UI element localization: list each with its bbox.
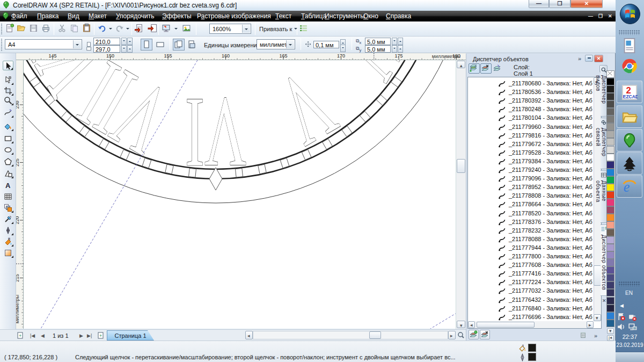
object-list-item[interactable]: _211778520 - Заливка: Нет, Аб bbox=[468, 209, 602, 218]
layers2-button[interactable] bbox=[480, 63, 492, 74]
taskbar-ie-button[interactable]: e bbox=[617, 175, 642, 198]
paper-width-down[interactable] bbox=[121, 38, 127, 45]
layers3-button[interactable] bbox=[492, 63, 503, 74]
clock-date[interactable]: 23.02.2019 bbox=[616, 342, 644, 348]
taskbar-ezcad-button[interactable]: 2EZCAD bbox=[617, 81, 642, 103]
new-layer-button[interactable] bbox=[469, 330, 479, 339]
palette-color[interactable] bbox=[606, 289, 614, 296]
taskbar-document-icon[interactable] bbox=[621, 38, 638, 55]
object-list-item[interactable]: _211777944 - Заливка: Нет, Аб bbox=[468, 243, 602, 252]
palette-color[interactable] bbox=[606, 176, 614, 184]
blend-tool[interactable] bbox=[3, 203, 13, 213]
undo-button[interactable] bbox=[98, 24, 107, 33]
paste-button[interactable] bbox=[82, 24, 92, 33]
portrait-button[interactable] bbox=[141, 39, 152, 50]
object-list-item[interactable]: _211776696 - Заливка: Нет, Аб bbox=[468, 313, 602, 321]
vertical-scrollbar[interactable]: ▴▾ bbox=[456, 60, 466, 329]
palette-color[interactable] bbox=[606, 154, 614, 161]
tray-chevron-icon[interactable]: ◀ bbox=[620, 303, 624, 308]
object-list-item[interactable]: _211777800 - Заливка: Нет, Аб bbox=[468, 252, 602, 260]
palette-color[interactable] bbox=[606, 108, 614, 115]
drawing-canvas[interactable]: VIVIVVVIIVIIIVIVVIIIVIII bbox=[24, 60, 456, 329]
horizontal-ruler[interactable]: 145150155160165170175180миллиметры bbox=[16, 53, 466, 60]
menu-таблица[interactable]: Таблица bbox=[301, 12, 326, 20]
all-pages-button[interactable] bbox=[173, 39, 185, 50]
object-list-item[interactable]: _211778952 - Заливка: Нет, Аб bbox=[468, 183, 602, 191]
object-list-item[interactable]: _211780680 - Заливка: Нет, Аб bbox=[468, 79, 602, 88]
minimize-button[interactable]: — bbox=[529, 0, 549, 8]
save-button[interactable] bbox=[29, 24, 39, 33]
freehand-tool[interactable] bbox=[3, 108, 13, 118]
palette-color[interactable] bbox=[606, 274, 614, 281]
paper-height-up[interactable] bbox=[127, 45, 133, 53]
palette-scroll-down[interactable]: ▾ bbox=[607, 328, 614, 334]
taskbar-inkscape-button[interactable] bbox=[617, 152, 642, 175]
layers1-button[interactable] bbox=[469, 63, 480, 74]
first-page-button[interactable]: |◀ bbox=[30, 333, 35, 338]
tab-close-icon[interactable]: ✕ bbox=[602, 298, 606, 303]
object-list-item[interactable]: _211779240 - Заливка: Нет, Аб bbox=[468, 165, 602, 174]
list-hscroll-left[interactable]: ◂ bbox=[468, 321, 475, 328]
vertical-ruler[interactable]: 215220225230миллиметры bbox=[16, 60, 24, 329]
menu-макет[interactable]: Макет bbox=[89, 12, 107, 20]
zoom-level-combo[interactable]: 1600% bbox=[209, 24, 251, 34]
paper-type-combo[interactable]: A4 bbox=[5, 39, 82, 49]
taskbar-chrome-icon[interactable] bbox=[621, 58, 638, 75]
open-button[interactable] bbox=[17, 24, 26, 33]
redo-dropdown-icon[interactable] bbox=[126, 28, 129, 31]
palette-color[interactable] bbox=[606, 93, 614, 100]
palette-color[interactable] bbox=[606, 115, 614, 123]
hscroll-right-button[interactable]: ▸ bbox=[448, 331, 456, 339]
mdi-minimize-icon[interactable]: — bbox=[588, 13, 593, 19]
nudge-field[interactable]: 0,1 мм bbox=[313, 41, 339, 48]
object-list-item[interactable]: _211778376 - Заливка: Нет, Аб bbox=[468, 218, 602, 226]
palette-color[interactable] bbox=[606, 138, 614, 146]
landscape-button[interactable] bbox=[155, 39, 166, 50]
volume-icon[interactable] bbox=[617, 322, 626, 332]
hscroll-track[interactable] bbox=[253, 331, 448, 339]
mdi-close-icon[interactable]: ✕ bbox=[608, 13, 612, 19]
palette-color[interactable] bbox=[606, 161, 614, 169]
start-button[interactable] bbox=[619, 3, 641, 26]
current-page-button[interactable] bbox=[186, 39, 197, 50]
palette-color[interactable] bbox=[606, 199, 614, 206]
delete-button[interactable] bbox=[579, 330, 587, 340]
network-icon[interactable] bbox=[628, 322, 637, 332]
object-list[interactable]: _211780680 - Заливка: Нет, Аб_211780536 … bbox=[467, 77, 602, 329]
prev-page-button[interactable]: ◀ bbox=[41, 333, 45, 338]
shapes-tool[interactable] bbox=[3, 169, 13, 178]
rect-tool[interactable] bbox=[3, 134, 13, 143]
menu-вид[interactable]: Вид bbox=[68, 12, 79, 20]
print-button[interactable] bbox=[41, 24, 51, 33]
object-list-item[interactable]: _211779528 - Заливка: Нет, Аб bbox=[468, 148, 602, 157]
palette-color[interactable] bbox=[606, 281, 614, 289]
zoom-tool[interactable] bbox=[3, 96, 13, 105]
corel-online-button[interactable] bbox=[182, 24, 192, 33]
object-list-item[interactable]: _211780392 - Заливка: Нет, Аб bbox=[468, 96, 602, 105]
polygon-tool[interactable] bbox=[3, 157, 13, 166]
object-list-item[interactable]: _211777224 - Заливка: Нет, Аб bbox=[468, 278, 602, 286]
dup-y-down[interactable] bbox=[392, 45, 397, 53]
palette-color[interactable] bbox=[606, 191, 614, 199]
palette-color[interactable] bbox=[606, 78, 614, 85]
vscroll-thumb[interactable] bbox=[457, 159, 465, 173]
palette-color[interactable] bbox=[606, 100, 614, 108]
palette-color[interactable] bbox=[606, 266, 614, 274]
add-page-icon-left[interactable]: + bbox=[17, 331, 24, 341]
object-list-item[interactable]: _211777608 - Заливка: Нет, Аб bbox=[468, 260, 602, 269]
mdi-restore-icon[interactable]: ❐ bbox=[598, 13, 603, 19]
object-list-item[interactable]: _211779816 - Заливка: Нет, Аб bbox=[468, 131, 602, 140]
fill-indicator-swatch[interactable] bbox=[528, 344, 536, 352]
palette-color[interactable] bbox=[606, 146, 614, 154]
shape-tool[interactable] bbox=[3, 75, 13, 85]
duplicate-y-field[interactable]: 5,0 мм bbox=[365, 45, 391, 53]
dup-y-up[interactable] bbox=[398, 45, 403, 53]
object-list-item[interactable]: _211777032 - Заливка: Нет, Аб bbox=[468, 286, 602, 295]
list-vscroll-thumb[interactable] bbox=[594, 265, 601, 286]
palette-color[interactable] bbox=[606, 123, 614, 131]
paper-height-field[interactable]: 297,0 мм bbox=[93, 45, 120, 53]
paper-width-field[interactable]: 210,0 мм bbox=[93, 38, 120, 45]
application-launcher-button[interactable] bbox=[162, 24, 171, 33]
menu-эффекты[interactable]: Эффекты bbox=[162, 12, 192, 20]
menu-инструменты[interactable]: Инструменты bbox=[325, 12, 365, 20]
